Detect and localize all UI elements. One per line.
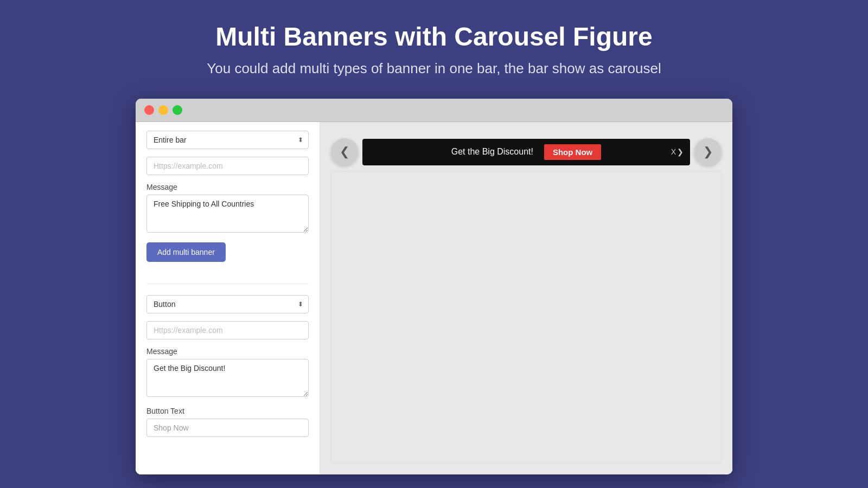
- close-chevron-icon: ❯: [677, 147, 684, 156]
- banner-bar: Get the Big Discount! Shop Now X ❯: [362, 139, 690, 165]
- form-section-2: Button Entire bar Text only ⬍ Message Ge…: [146, 295, 309, 445]
- browser-content: Entire bar Button Text only ⬍ Message Fr…: [136, 122, 732, 474]
- divider: [146, 284, 309, 284]
- message-textarea-1[interactable]: Free Shipping to All Countries: [146, 195, 309, 233]
- left-panel: Entire bar Button Text only ⬍ Message Fr…: [136, 122, 320, 474]
- carousel-prev-button[interactable]: ❮: [331, 138, 358, 165]
- form-section-1: Entire bar Button Text only ⬍ Message Fr…: [146, 131, 309, 273]
- browser-titlebar: [136, 99, 732, 122]
- page-subtitle: You could add multi types of banner in o…: [207, 60, 661, 77]
- banner-close[interactable]: X ❯: [671, 147, 684, 156]
- select-wrapper-1: Entire bar Button Text only ⬍: [146, 131, 309, 149]
- traffic-light-green[interactable]: [173, 105, 182, 115]
- banner-type-select-1[interactable]: Entire bar Button Text only: [146, 131, 309, 149]
- url-input-1[interactable]: [146, 157, 309, 175]
- right-panel: ❮ Get the Big Discount! Shop Now X ❯ ❯: [320, 122, 732, 474]
- banner-message: Get the Big Discount!: [451, 147, 533, 157]
- add-multi-banner-button[interactable]: Add multi banner: [146, 242, 226, 262]
- browser-window: Entire bar Button Text only ⬍ Message Fr…: [136, 99, 732, 474]
- preview-body: [331, 171, 722, 464]
- message-label-2: Message: [146, 347, 309, 356]
- banner-shop-button[interactable]: Shop Now: [544, 144, 601, 160]
- banner-type-select-2[interactable]: Button Entire bar Text only: [146, 295, 309, 313]
- traffic-light-yellow[interactable]: [158, 105, 168, 115]
- close-label: X: [671, 147, 676, 156]
- carousel-container: ❮ Get the Big Discount! Shop Now X ❯ ❯: [331, 138, 722, 165]
- carousel-track: Get the Big Discount! Shop Now X ❯: [362, 139, 690, 165]
- carousel-next-button[interactable]: ❯: [694, 138, 722, 165]
- message-textarea-2[interactable]: Get the Big Discount!: [146, 359, 309, 397]
- page-title: Multi Banners with Carousel Figure: [215, 22, 652, 52]
- message-label-1: Message: [146, 183, 309, 191]
- button-text-label: Button Text: [146, 407, 309, 415]
- url-input-2[interactable]: [146, 321, 309, 339]
- button-text-input[interactable]: [146, 419, 309, 437]
- traffic-light-red[interactable]: [144, 105, 154, 115]
- select-wrapper-2: Button Entire bar Text only ⬍: [146, 295, 309, 313]
